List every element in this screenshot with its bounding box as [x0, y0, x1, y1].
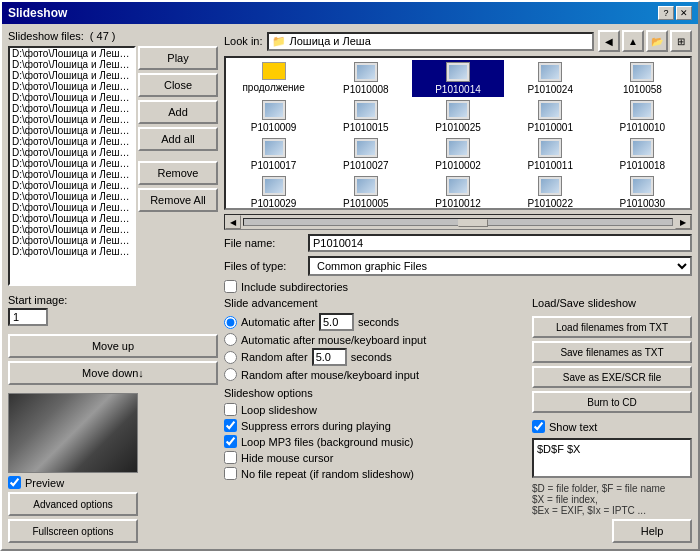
file-list-item[interactable]: D:\фото\Лошица и Леша\P10100	[10, 103, 134, 114]
file-name: P1010015	[343, 122, 389, 133]
slideshow-files-header: Slideshow files: ( 47 )	[8, 30, 218, 42]
file-browser-item[interactable]: P1010018	[597, 136, 688, 173]
fullscreen-options-button[interactable]: Fullscreen options	[8, 519, 138, 543]
file-list-item[interactable]: D:\фото\Лошица и Леша\P10100	[10, 114, 134, 125]
file-list-container: D:\фото\Лошица и Леша\P10100D:\фото\Лоши…	[8, 46, 218, 286]
file-browser-item[interactable]: P1010009	[228, 98, 319, 135]
file-browser-item[interactable]: P1010015	[320, 98, 411, 135]
file-list-item[interactable]: D:\фото\Лошица и Леша\P10100	[10, 147, 134, 158]
file-browser[interactable]: продолжениеP1010008P1010014P101002410100…	[224, 56, 692, 210]
no-file-repeat-row: No file repeat (if random slideshow)	[224, 467, 526, 480]
add-all-button[interactable]: Add all	[138, 127, 218, 151]
image-icon	[538, 100, 562, 120]
file-browser-item[interactable]: P1010030	[597, 174, 688, 210]
file-list[interactable]: D:\фото\Лошица и Леша\P10100D:\фото\Лоши…	[8, 46, 136, 286]
no-file-repeat-checkbox[interactable]	[224, 467, 237, 480]
file-list-item[interactable]: D:\фото\Лошица и Леша\P101005	[10, 81, 134, 92]
file-name: P1010022	[527, 198, 573, 209]
file-list-item[interactable]: D:\фото\Лошица и Леша\P10100	[10, 202, 134, 213]
file-name: P1010029	[251, 198, 297, 209]
load-filenames-button[interactable]: Load filenames from TXT	[532, 316, 692, 338]
file-browser-item[interactable]: P1010010	[597, 98, 688, 135]
look-in-select[interactable]: 📁 Лошица и Леша	[267, 32, 594, 51]
image-icon	[538, 62, 562, 82]
move-down-button[interactable]: Move down↓	[8, 361, 218, 385]
automatic-after-radio[interactable]	[224, 316, 237, 329]
file-browser-item[interactable]: P1010011	[505, 136, 596, 173]
file-browser-item[interactable]: P1010024	[505, 60, 596, 97]
automatic-mouse-radio[interactable]	[224, 333, 237, 346]
play-button[interactable]: Play	[138, 46, 218, 70]
file-list-item[interactable]: D:\фото\Лошица и Леша\P10100	[10, 92, 134, 103]
file-list-item[interactable]: D:\фото\Лошица и Леша\P10100	[10, 169, 134, 180]
file-list-item[interactable]: D:\фото\Лошица и Леша\P10100	[10, 191, 134, 202]
preview-checkbox[interactable]	[8, 476, 21, 489]
random-mouse-radio[interactable]	[224, 368, 237, 381]
thumbnail-box	[8, 393, 138, 473]
help-title-button[interactable]: ?	[658, 6, 674, 20]
file-browser-item[interactable]: P1010014	[412, 60, 503, 97]
file-name: P1010001	[527, 122, 573, 133]
file-browser-item[interactable]: P1010025	[412, 98, 503, 135]
save-filenames-button[interactable]: Save filenames as TXT	[532, 341, 692, 363]
file-browser-item[interactable]: P1010008	[320, 60, 411, 97]
file-list-item[interactable]: D:\фото\Лошица и Леша\P10100	[10, 48, 134, 59]
show-text-box[interactable]: $D$F $X	[532, 438, 692, 478]
move-up-button[interactable]: Move up	[8, 334, 218, 358]
image-icon	[630, 138, 654, 158]
include-subdirectories-checkbox[interactable]	[224, 280, 237, 293]
file-list-item[interactable]: D:\фото\Лошица и Леша\P10100	[10, 59, 134, 70]
file-browser-item[interactable]: P1010005	[320, 174, 411, 210]
preview-checkbox-row: Preview	[8, 476, 218, 489]
start-image-input[interactable]: 1	[8, 308, 48, 326]
file-browser-item[interactable]: P1010012	[412, 174, 503, 210]
scroll-right-button[interactable]: ▶	[675, 215, 691, 229]
close-button[interactable]: Close	[138, 73, 218, 97]
show-text-checkbox[interactable]	[532, 420, 545, 433]
file-list-item[interactable]: D:\фото\Лошица и Леша\P10100	[10, 246, 134, 257]
file-list-item[interactable]: D:\фото\Лошица и Леша\P10100	[10, 158, 134, 169]
file-list-item[interactable]: D:\фото\Лошица и Леша\P10100	[10, 213, 134, 224]
help-button[interactable]: Help	[612, 519, 692, 543]
file-list-item[interactable]: D:\фото\Лошица и Леша\P10100	[10, 224, 134, 235]
add-button[interactable]: Add	[138, 100, 218, 124]
file-browser-item[interactable]: P1010001	[505, 98, 596, 135]
loop-mp3-checkbox[interactable]	[224, 435, 237, 448]
hide-mouse-checkbox[interactable]	[224, 451, 237, 464]
horizontal-scrollbar[interactable]: ◀ ▶	[224, 214, 692, 230]
file-browser-item[interactable]: P1010029	[228, 174, 319, 210]
file-list-item[interactable]: D:\фото\Лошица и Леша\P10100	[10, 235, 134, 246]
file-list-item[interactable]: D:\фото\Лошица и Леша\P10100	[10, 70, 134, 81]
automatic-seconds-input[interactable]	[319, 313, 354, 331]
image-icon	[354, 176, 378, 196]
nav-up-button[interactable]: ▲	[622, 30, 644, 52]
filename-input[interactable]	[308, 234, 692, 252]
file-list-item[interactable]: D:\фото\Лошица и Леша\P10100	[10, 180, 134, 191]
close-title-button[interactable]: ✕	[676, 6, 692, 20]
scroll-thumb[interactable]	[458, 219, 488, 227]
file-browser-item[interactable]: P1010002	[412, 136, 503, 173]
remove-button[interactable]: Remove	[138, 161, 218, 185]
file-list-item[interactable]: D:\фото\Лошица и Леша\P10100	[10, 125, 134, 136]
file-browser-item[interactable]: P1010027	[320, 136, 411, 173]
image-icon	[354, 138, 378, 158]
save-exe-button[interactable]: Save as EXE/SCR file	[532, 366, 692, 388]
file-list-item[interactable]: D:\фото\Лошица и Леша\P10100	[10, 136, 134, 147]
remove-all-button[interactable]: Remove All	[138, 188, 218, 212]
nav-back-button[interactable]: ◀	[598, 30, 620, 52]
filetype-select[interactable]: Common graphic Files	[308, 256, 692, 276]
file-browser-item[interactable]: P1010022	[505, 174, 596, 210]
file-browser-item[interactable]: продолжение	[228, 60, 319, 97]
scroll-left-button[interactable]: ◀	[225, 215, 241, 229]
nav-view-button[interactable]: ⊞	[670, 30, 692, 52]
thumbnail-section: Preview Advanced options Fullscreen opti…	[8, 393, 218, 543]
suppress-errors-checkbox[interactable]	[224, 419, 237, 432]
loop-slideshow-checkbox[interactable]	[224, 403, 237, 416]
file-browser-item[interactable]: P1010017	[228, 136, 319, 173]
file-browser-item[interactable]: 1010058	[597, 60, 688, 97]
burn-cd-button[interactable]: Burn to CD	[532, 391, 692, 413]
advanced-options-button[interactable]: Advanced options	[8, 492, 138, 516]
random-seconds-input[interactable]	[312, 348, 347, 366]
random-after-radio[interactable]	[224, 351, 237, 364]
nav-new-folder-button[interactable]: 📂	[646, 30, 668, 52]
